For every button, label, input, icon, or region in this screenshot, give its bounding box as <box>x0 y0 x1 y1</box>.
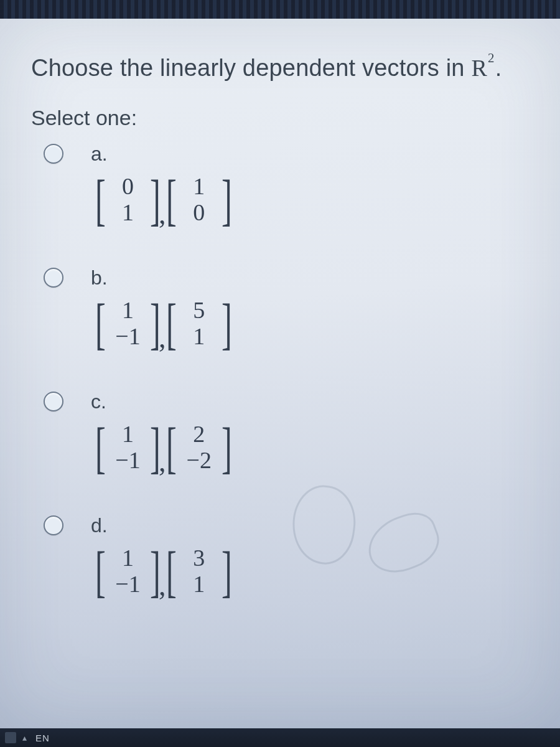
radio-c[interactable] <box>44 392 63 411</box>
option-c-vector-1: [ 1−1 ] <box>88 418 167 477</box>
option-d: d. [ 1−1 ] , [ 31 ] <box>44 514 529 601</box>
question-card: Choose the linearly dependent vectors in… <box>0 19 560 728</box>
option-c-letter: c. <box>88 390 238 413</box>
r-space-symbol: 2 <box>471 55 495 81</box>
option-a-letter: a. <box>88 143 238 166</box>
option-b: b. [ 1−1 ] , [ 51 ] <box>44 266 529 353</box>
radio-a[interactable] <box>44 144 63 164</box>
option-c-vector-2: [ 2−2 ] <box>159 418 238 477</box>
option-a-vector-1: [ 01 ] <box>88 171 167 229</box>
option-a-vector-2: [ 10 ] <box>159 171 238 229</box>
tray-arrow-up-icon[interactable]: ▴ <box>22 733 27 743</box>
option-d-letter: d. <box>88 514 238 537</box>
option-a: a. [ 01 ] , [ 10 ] <box>44 143 529 229</box>
option-c: c. [ 1−1 ] , [ 2−2 ] <box>44 390 529 477</box>
tray-app-icon[interactable] <box>5 732 16 743</box>
r-exponent: 2 <box>488 50 495 65</box>
option-a-vectors: [ 01 ] , [ 10 ] <box>88 171 238 229</box>
option-b-letter: b. <box>88 266 238 289</box>
radio-b[interactable] <box>44 268 63 288</box>
option-c-vectors: [ 1−1 ] , [ 2−2 ] <box>88 418 238 477</box>
question-suffix: . <box>495 55 502 81</box>
question-prefix: Choose the linearly dependent vectors in <box>31 55 471 81</box>
comma-icon: , <box>159 445 166 478</box>
option-d-vector-1: [ 1−1 ] <box>88 542 167 601</box>
option-b-vector-1: [ 1−1 ] <box>88 294 167 353</box>
radio-d[interactable] <box>44 515 63 535</box>
option-d-vectors: [ 1−1 ] , [ 31 ] <box>88 542 238 601</box>
select-one-label: Select one: <box>31 106 529 130</box>
option-d-vector-2: [ 31 ] <box>159 542 238 601</box>
taskbar: ▴ EN <box>0 728 560 747</box>
monitor-top-bezel <box>0 0 560 19</box>
options-list: a. [ 01 ] , [ 10 ] <box>31 143 529 601</box>
language-indicator[interactable]: EN <box>35 733 50 743</box>
option-b-vector-2: [ 51 ] <box>159 294 238 353</box>
comma-icon: , <box>159 197 166 230</box>
question-text: Choose the linearly dependent vectors in… <box>31 53 529 83</box>
option-b-vectors: [ 1−1 ] , [ 51 ] <box>88 294 238 353</box>
comma-icon: , <box>159 321 166 354</box>
comma-icon: , <box>159 569 166 602</box>
